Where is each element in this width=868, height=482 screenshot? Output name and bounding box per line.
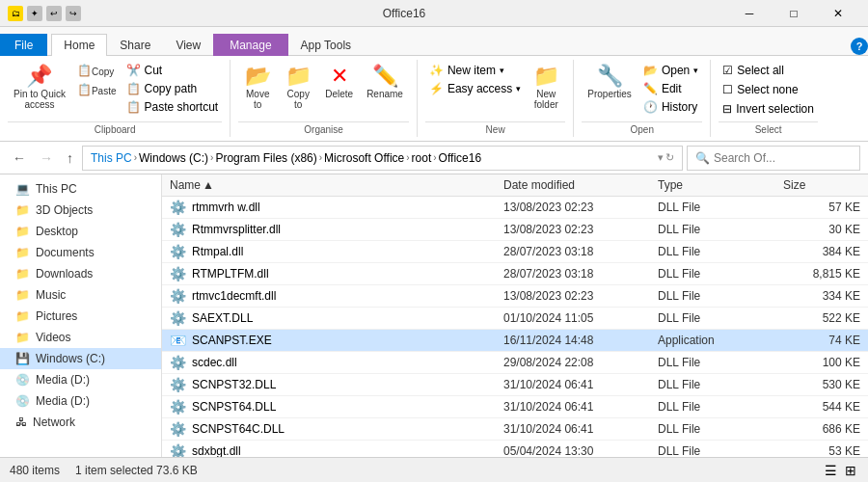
new-item-button[interactable]: ✨ New item ▾ (425, 62, 525, 79)
address-path[interactable]: This PC › Windows (C:) › Program Files (… (82, 146, 683, 171)
edit-button[interactable]: ✏️ Edit (639, 80, 702, 97)
table-row[interactable]: ⚙️ SCNPST32.DLL 31/10/2024 06:41 DLL Fil… (162, 374, 868, 396)
details-view-button[interactable]: ☰ (823, 461, 839, 480)
maximize-button[interactable]: □ (772, 0, 816, 27)
table-row[interactable]: ⚙️ sdxbgt.dll 05/04/2024 13:30 DLL File … (162, 441, 868, 457)
copy-to-label: Copy to (287, 89, 310, 110)
large-icons-view-button[interactable]: ⊞ (843, 461, 858, 480)
pin-to-quick-button[interactable]: 📌 Pin to Quick access (8, 62, 71, 114)
sidebar-item-windows-c[interactable]: 💾 Windows (C:) (0, 348, 161, 369)
col-name[interactable]: Name ▲ (170, 178, 503, 192)
select-none-button[interactable]: ☐ Select none (719, 81, 818, 98)
back-button[interactable]: ← (8, 147, 31, 169)
sidebar-item-desktop[interactable]: 📁 Desktop (0, 221, 161, 242)
history-icon: 🕐 (643, 100, 658, 114)
sidebar-item-videos[interactable]: 📁 Videos (0, 327, 161, 348)
table-row[interactable]: ⚙️ rtmvc1decmft.dll 13/08/2023 02:23 DLL… (162, 285, 868, 308)
file-type-icon: ⚙️ (170, 377, 186, 392)
invert-selection-button[interactable]: ⊟ Invert selection (719, 100, 818, 118)
paste-shortcut-button[interactable]: 📋 Paste shortcut (122, 98, 223, 116)
delete-button[interactable]: ✕ Delete (319, 62, 359, 103)
search-input[interactable] (714, 151, 852, 165)
table-row[interactable]: ⚙️ SAEXT.DLL 01/10/2024 11:05 DLL File 5… (162, 308, 868, 330)
tab-share[interactable]: Share (107, 34, 163, 56)
3d-objects-icon: 📁 (15, 203, 30, 217)
tab-home[interactable]: Home (51, 34, 107, 56)
select-none-icon: ☐ (722, 83, 733, 96)
minimize-button[interactable]: ─ (727, 0, 772, 27)
network-icon: 🖧 (15, 415, 27, 429)
help-button[interactable]: ? (851, 38, 868, 55)
undo-icon: ↩ (46, 6, 62, 21)
rename-button[interactable]: ✏️ Rename (361, 62, 409, 103)
new-item-arrow: ▾ (500, 66, 504, 75)
address-bar: ← → ↑ This PC › Windows (C:) › Program F… (0, 142, 868, 174)
file-type-icon: 📧 (170, 333, 186, 348)
sidebar-item-media-d2[interactable]: 💿 Media (D:) (0, 390, 161, 412)
forward-button[interactable]: → (35, 147, 58, 169)
col-date[interactable]: Date modified (503, 178, 658, 192)
file-type-icon: ⚙️ (170, 443, 186, 457)
col-type[interactable]: Type (658, 178, 783, 192)
tab-app-tools[interactable]: App Tools (288, 34, 364, 56)
copy-button[interactable]: 📋 Copy (73, 62, 121, 79)
tab-view[interactable]: View (163, 34, 213, 56)
path-ms-office: Microsoft Office (324, 151, 404, 165)
sidebar-item-media-d1[interactable]: 💿 Media (D:) (0, 369, 161, 390)
ribbon: File Home Share View Manage App Tools ? … (0, 27, 868, 142)
path-dropdown[interactable]: ▾ (658, 151, 664, 164)
app-icon: 🗂 (8, 6, 23, 21)
edit-icon: ✏️ (643, 82, 658, 95)
col-size[interactable]: Size (783, 178, 860, 192)
table-row[interactable]: ⚙️ Rtmmvrsplitter.dll 13/08/2023 02:23 D… (162, 219, 868, 241)
sidebar-item-downloads[interactable]: 📁 Downloads (0, 263, 161, 284)
file-type-icon: ⚙️ (170, 399, 186, 415)
table-row[interactable]: ⚙️ scdec.dll 29/08/2024 22:08 DLL File 1… (162, 352, 868, 374)
file-type-icon: ⚙️ (170, 244, 186, 259)
ribbon-tabs: File Home Share View Manage App Tools ? (0, 27, 868, 56)
sidebar-item-this-pc[interactable]: 💻 This PC (0, 178, 161, 200)
status-bar: 480 items 1 item selected 73.6 KB ☰ ⊞ (0, 457, 868, 482)
file-name-text: rtmmvrh w.dll (192, 201, 260, 214)
table-row[interactable]: 📧 SCANPST.EXE 16/11/2024 14:48 Applicati… (162, 330, 868, 352)
properties-icon: 🔧 (597, 66, 623, 87)
up-button[interactable]: ↑ (62, 147, 78, 169)
cut-button[interactable]: ✂️ Cut (122, 62, 223, 79)
music-icon: 📁 (15, 288, 30, 302)
new-folder-button[interactable]: 📁 New folder (527, 62, 565, 114)
move-to-button[interactable]: 📂 Move to (238, 62, 277, 114)
paste-icon: 📋 (77, 83, 92, 96)
table-row[interactable]: ⚙️ Rtmpal.dll 28/07/2023 03:18 DLL File … (162, 241, 868, 263)
table-row[interactable]: ⚙️ SCNPST64.DLL 31/10/2024 06:41 DLL Fil… (162, 396, 868, 418)
media-d2-icon: 💿 (15, 394, 30, 408)
sidebar-item-music[interactable]: 📁 Music (0, 284, 161, 306)
file-size: 334 KE (783, 289, 860, 303)
paste-button[interactable]: 📋 Paste (73, 81, 121, 98)
file-type-icon: ⚙️ (170, 310, 186, 326)
search-box[interactable]: 🔍 (687, 146, 860, 171)
file-name-text: SCANPST.EXE (192, 334, 272, 347)
copy-to-button[interactable]: 📁 Copy to (279, 62, 317, 114)
properties-button[interactable]: 🔧 Properties (582, 62, 637, 103)
select-all-button[interactable]: ☑ Select all (719, 62, 818, 79)
sidebar-item-3d-objects[interactable]: 📁 3D Objects (0, 200, 161, 221)
open-button[interactable]: 📂 Open ▾ (639, 62, 702, 79)
tab-manage[interactable]: Manage (213, 34, 287, 56)
close-button[interactable]: ✕ (816, 0, 860, 27)
easy-access-button[interactable]: ⚡ Easy access ▾ (425, 80, 525, 97)
file-name: ⚙️ Rtmpal.dll (170, 244, 503, 259)
table-row[interactable]: ⚙️ SCNPST64C.DLL 31/10/2024 06:41 DLL Fi… (162, 418, 868, 441)
table-row[interactable]: ⚙️ RTMPLTFM.dll 28/07/2023 03:18 DLL Fil… (162, 263, 868, 285)
tab-file[interactable]: File (0, 34, 47, 56)
history-button[interactable]: 🕐 History (639, 98, 702, 116)
ribbon-group-open: 🔧 Properties 📂 Open ▾ ✏️ Edit 🕐 (574, 60, 711, 137)
path-this-pc: This PC (91, 151, 132, 165)
sidebar-item-network[interactable]: 🖧 Network (0, 412, 161, 433)
sidebar-item-pictures[interactable]: 📁 Pictures (0, 306, 161, 327)
copy-path-button[interactable]: 📋 Copy path (122, 80, 223, 97)
sidebar-item-documents[interactable]: 📁 Documents (0, 242, 161, 263)
table-row[interactable]: ⚙️ rtmmvrh w.dll 13/08/2023 02:23 DLL Fi… (162, 197, 868, 219)
file-date: 31/10/2024 06:41 (503, 400, 658, 414)
selected-info: 1 item selected 73.6 KB (75, 464, 198, 477)
refresh-button[interactable]: ↻ (665, 151, 674, 164)
